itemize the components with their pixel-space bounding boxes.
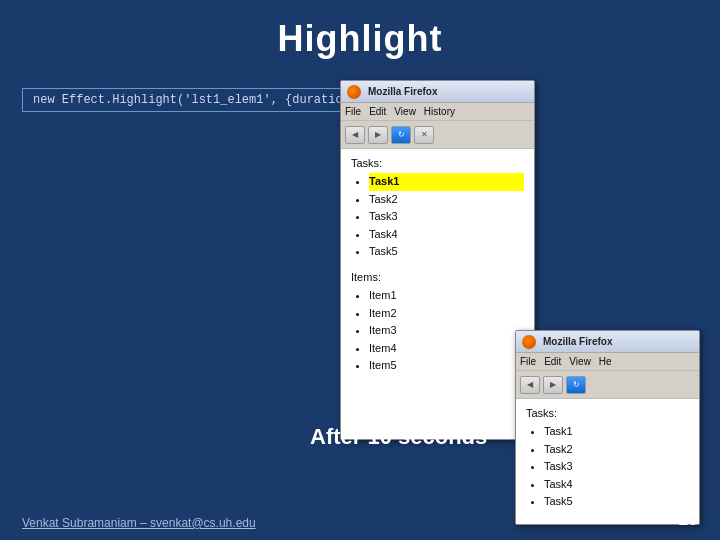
- firefox-titlebar-small: Mozilla Firefox: [516, 331, 699, 353]
- back-button[interactable]: ◀: [345, 126, 365, 144]
- firefox-content-main: Tasks: Task1 Task2 Task3 Task4 Task5 Ite…: [341, 149, 534, 439]
- list-item: Task1: [544, 423, 689, 441]
- firefox-menubar-main: File Edit View History: [341, 103, 534, 121]
- section-items-heading: Items:: [351, 271, 524, 283]
- tasks-list-small: Task1 Task2 Task3 Task4 Task5: [526, 423, 689, 511]
- list-item: Task4: [369, 226, 524, 244]
- list-item: Item2: [369, 305, 524, 323]
- footer-link: Venkat Subramaniam – svenkat@cs.uh.edu: [22, 516, 256, 530]
- list-item: Item5: [369, 357, 524, 375]
- list-item: Task4: [544, 476, 689, 494]
- list-item: Task2: [544, 441, 689, 459]
- after-label: After 10 seconds: [310, 424, 487, 450]
- list-item: Item3: [369, 322, 524, 340]
- firefox-toolbar-main: ◀ ▶ ↻ ✕: [341, 121, 534, 149]
- list-item: Task3: [369, 208, 524, 226]
- back-button-small[interactable]: ◀: [520, 376, 540, 394]
- firefox-toolbar-small: ◀ ▶ ↻: [516, 371, 699, 399]
- firefox-title-main: Mozilla Firefox: [368, 86, 437, 97]
- firefox-menubar-small: File Edit View He: [516, 353, 699, 371]
- refresh-button[interactable]: ↻: [391, 126, 411, 144]
- section-tasks-heading: Tasks:: [351, 157, 524, 169]
- tasks-list: Task1 Task2 Task3 Task4 Task5: [351, 173, 524, 261]
- menu-file-small[interactable]: File: [520, 356, 536, 367]
- refresh-button-small[interactable]: ↻: [566, 376, 586, 394]
- menu-file[interactable]: File: [345, 106, 361, 117]
- page-number: 10: [678, 509, 698, 530]
- list-item: Task5: [544, 493, 689, 511]
- section-tasks-heading-small: Tasks:: [526, 407, 689, 419]
- list-item: Item4: [369, 340, 524, 358]
- forward-button[interactable]: ▶: [368, 126, 388, 144]
- menu-view[interactable]: View: [394, 106, 416, 117]
- list-item: Task1: [369, 173, 524, 191]
- forward-button-small[interactable]: ▶: [543, 376, 563, 394]
- firefox-window-main: Mozilla Firefox File Edit View History ◀…: [340, 80, 535, 440]
- list-item: Item1: [369, 287, 524, 305]
- list-item: Task5: [369, 243, 524, 261]
- firefox-window-small: Mozilla Firefox File Edit View He ◀ ▶ ↻ …: [515, 330, 700, 525]
- firefox-content-small: Tasks: Task1 Task2 Task3 Task4 Task5: [516, 399, 699, 524]
- menu-edit-small[interactable]: Edit: [544, 356, 561, 367]
- menu-history[interactable]: History: [424, 106, 455, 117]
- list-item: Task3: [544, 458, 689, 476]
- menu-view-small[interactable]: View: [569, 356, 591, 367]
- stop-button[interactable]: ✕: [414, 126, 434, 144]
- firefox-icon: [347, 85, 361, 99]
- page-title: Highlight: [0, 0, 720, 60]
- firefox-titlebar-main: Mozilla Firefox: [341, 81, 534, 103]
- menu-edit[interactable]: Edit: [369, 106, 386, 117]
- menu-help-small[interactable]: He: [599, 356, 612, 367]
- list-item: Task2: [369, 191, 524, 209]
- items-list: Item1 Item2 Item3 Item4 Item5: [351, 287, 524, 375]
- firefox-icon-small: [522, 335, 536, 349]
- firefox-title-small: Mozilla Firefox: [543, 336, 612, 347]
